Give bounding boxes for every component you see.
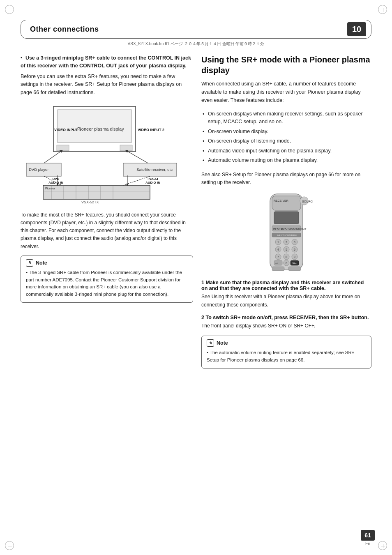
main-content: • Use a 3-ringed miniplug SR+ cable to c… <box>21 54 371 373</box>
note-title-right: Note <box>217 340 228 346</box>
label-dvd-audio-in: DVDAUDIO IN <box>48 177 63 185</box>
label-dvd-player: DVD player <box>29 167 49 172</box>
note-title-left: Note <box>36 260 47 266</box>
svg-rect-2 <box>57 145 69 151</box>
step-1: 1 Make sure that the plasma display and … <box>201 280 371 309</box>
section-title: Using the SR+ mode with a Pioneer plasma… <box>201 54 371 76</box>
svg-text:1: 1 <box>277 241 279 244</box>
svg-rect-62 <box>288 267 301 271</box>
svg-text:INPUT2: INPUT2 <box>281 228 291 230</box>
corner-cross-tr <box>381 8 385 12</box>
svg-text:8: 8 <box>286 256 287 258</box>
svg-text:7: 7 <box>277 256 279 258</box>
page-container: Other connections 10 VSX_52TX.book.fm 61… <box>0 0 392 555</box>
list-item: Automatic video input switching on the p… <box>201 146 371 156</box>
note-header-left: ✎ Note <box>26 259 188 267</box>
label-sat-receiver: Satellite receiver, etc <box>136 167 173 172</box>
corner-mark-bl <box>5 541 14 550</box>
note-header-right: ✎ Note <box>207 339 366 347</box>
page-number: 61 <box>361 530 375 541</box>
corner-mark-br <box>378 541 387 550</box>
svg-text:INPUT1: INPUT1 <box>273 228 282 230</box>
svg-text:RECEIVER: RECEIVER <box>274 199 288 202</box>
step-2-header: 2 To switch SR+ mode on/off, press RECEI… <box>201 315 371 320</box>
label-tvsat-audio-in: TV/SATAUDIO IN <box>145 177 160 185</box>
connection-diagram: Pioneer <box>21 102 193 207</box>
left-column: • Use a 3-ringed miniplug SR+ cable to c… <box>21 54 193 373</box>
note-box-right: ✎ Note • The automatic volume muting fea… <box>201 336 371 368</box>
svg-text:+/-: +/- <box>275 262 278 265</box>
svg-text:0: 0 <box>286 262 287 265</box>
svg-text:6: 6 <box>294 248 295 251</box>
page-lang: En <box>361 541 375 546</box>
remote-control-svg: RECEIVER SOURCE INPUT1 INPUT2 SOURCE TV/… <box>260 192 313 274</box>
note-text-right: • The automatic volume muting feature is… <box>207 349 366 364</box>
svg-text:SR+: SR+ <box>292 262 297 265</box>
label-pioneer-plasma: Pioneer plasma display <box>77 126 124 132</box>
list-item: Automatic volume muting on the plasma di… <box>201 156 371 165</box>
corner-cross-tl <box>8 8 12 12</box>
label-receiver-model: VSX-52TX <box>81 200 99 204</box>
label-video-input2: VIDEO INPUT 2 <box>138 128 164 132</box>
note-text-left: • The 3-ringed SR+ cable from Pioneer is… <box>26 269 188 298</box>
svg-text:4: 4 <box>277 248 279 251</box>
list-item: On-screen volume display. <box>201 127 371 136</box>
bullet-intro: • Use a 3-ringed miniplug SR+ cable to c… <box>21 54 193 97</box>
corner-mark-tr <box>378 5 387 14</box>
note-icon-left: ✎ <box>26 259 33 267</box>
right-column: Using the SR+ mode with a Pioneer plasma… <box>201 54 371 373</box>
feature-list: On-screen displays when making receiver … <box>201 109 371 165</box>
step-2: 2 To switch SR+ mode on/off, press RECEI… <box>201 315 371 330</box>
step-1-header: 1 Make sure that the plasma display and … <box>201 280 371 291</box>
bullet-dot: • <box>21 55 22 61</box>
file-info: VSX_52TX.book.fm 61 ページ ２０４年５月１４日 金曜日 午前… <box>21 41 371 47</box>
list-item: On-screen display of listening mode. <box>201 136 371 146</box>
svg-rect-29 <box>274 212 299 224</box>
note-icon-right: ✎ <box>207 339 214 347</box>
corner-cross-br <box>381 544 385 548</box>
svg-line-16 <box>127 151 148 163</box>
step-2-body: The front panel display shows SR+ ON or … <box>201 322 371 330</box>
svg-line-15 <box>44 151 62 163</box>
svg-rect-61 <box>272 267 284 271</box>
left-body-text: To make the most of the SR+ features, yo… <box>21 211 193 251</box>
list-item: On-screen displays when making receiver … <box>201 109 371 127</box>
page-footer: 61 En <box>361 530 375 546</box>
svg-text:Pioneer: Pioneer <box>45 187 55 190</box>
header-bar: Other connections 10 <box>21 20 371 39</box>
corner-cross-bl <box>8 544 12 548</box>
svg-text:MULTI CONTROL: MULTI CONTROL <box>277 234 297 237</box>
svg-text:9: 9 <box>294 256 295 258</box>
right-intro: When connected using an SR+ cable, a num… <box>201 80 371 104</box>
bullet-bold-text: Use a 3-ringed miniplug SR+ cable to con… <box>21 55 191 69</box>
svg-text:2: 2 <box>286 241 287 244</box>
svg-text:SOURCE: SOURCE <box>302 200 313 203</box>
bullet-body-text: Before you can use the extra SR+ feature… <box>21 73 193 97</box>
svg-text:TV/SAT: TV/SAT <box>298 228 307 230</box>
see-also-text: See also SR+ Setup for Pioneer plasma di… <box>201 171 371 186</box>
remote-image-area: RECEIVER SOURCE INPUT1 INPUT2 SOURCE TV/… <box>201 192 371 274</box>
svg-marker-22 <box>126 184 129 186</box>
corner-mark-tl <box>5 5 14 14</box>
step-1-body: See Using this receiver with a Pioneer p… <box>201 293 371 309</box>
svg-rect-25 <box>272 196 301 210</box>
svg-rect-6 <box>43 185 150 199</box>
svg-text:5: 5 <box>286 248 287 251</box>
diagram-svg: Pioneer <box>21 102 193 207</box>
svg-rect-3 <box>120 145 132 151</box>
svg-text:3: 3 <box>294 241 295 244</box>
chapter-badge: 10 <box>347 22 366 36</box>
note-box-left: ✎ Note • The 3-ringed SR+ cable from Pio… <box>21 256 193 303</box>
page-title: Other connections <box>30 25 99 34</box>
